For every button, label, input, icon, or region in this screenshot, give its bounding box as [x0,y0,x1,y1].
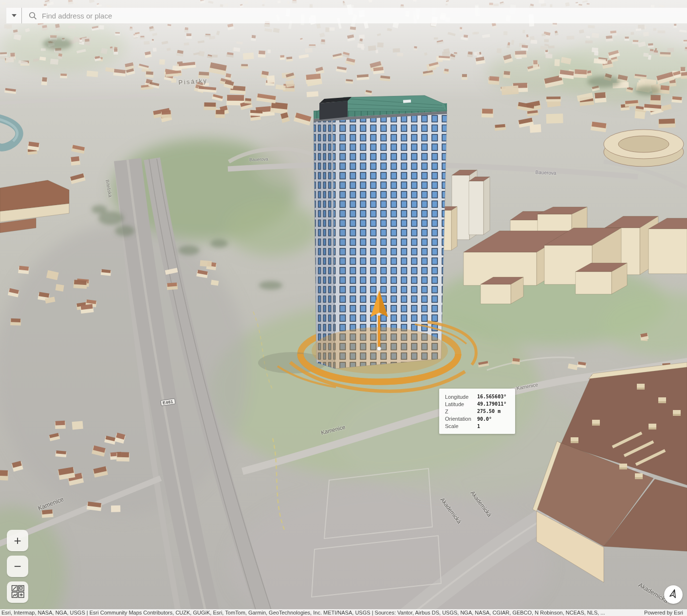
rooftop-box [319,101,348,120]
cursor-icon [666,587,681,603]
street-label: Bauerova [249,157,268,162]
search-icon[interactable] [29,12,37,20]
tooltip-row: Scale 1 [445,423,510,430]
chevron-down-icon [12,14,17,17]
search-input[interactable] [41,8,687,23]
powered-by-esri-link[interactable]: Powered by Esri [637,610,687,616]
zoom-out-button[interactable]: − [7,556,28,577]
scene-viewer-app: Pisárky Bauerova Bauerova Kamenice Kamen… [0,0,687,616]
basemap-grid-icon [11,585,24,599]
scene-3d-view[interactable] [0,0,687,616]
arena-building [604,130,684,167]
model-position-tooltip: Longitude 16.565603° Latitude 49.179011°… [439,389,515,434]
search-source-dropdown-button[interactable] [6,8,21,23]
basemap-gallery-button[interactable] [7,581,28,603]
street-label: Bauerova [536,169,557,176]
tooltip-row: Latitude 49.179011° [445,400,510,408]
navigation-toggle-button[interactable] [664,585,683,604]
attribution-bar: Esri, Intermap, NASA, NGA, USGS | Esri C… [0,609,687,616]
tooltip-row: Longitude 16.565603° [445,393,510,400]
gizmo-anchor-dot[interactable] [377,347,381,351]
search-divider [21,8,22,23]
search-bar [6,8,687,23]
tooltip-row: Orientation 90.0° [445,415,510,423]
attribution-sources: Esri, Intermap, NASA, NGA, USGS | Esri C… [0,610,637,616]
tooltip-row: Z 275.50 m [445,408,510,415]
zoom-in-button[interactable]: + [7,530,28,551]
